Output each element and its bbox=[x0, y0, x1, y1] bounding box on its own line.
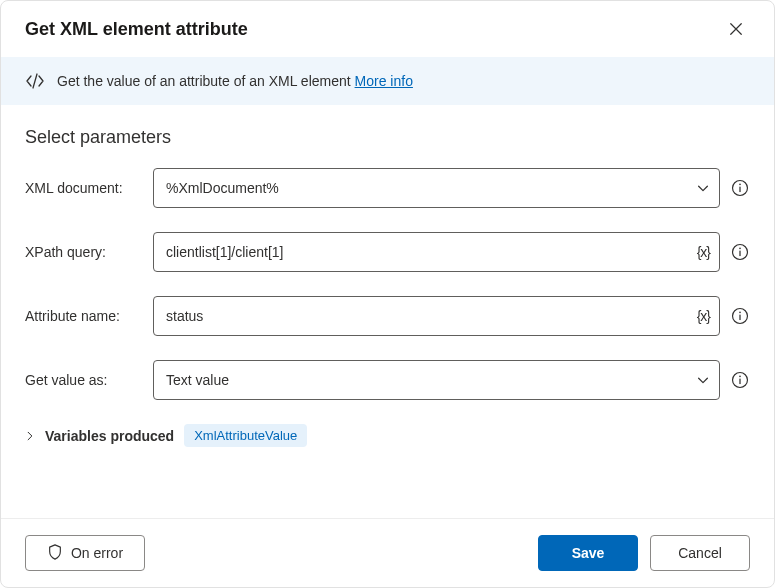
footer-right: Save Cancel bbox=[538, 535, 750, 571]
info-icon[interactable] bbox=[730, 370, 750, 390]
shield-icon bbox=[47, 544, 63, 563]
save-button[interactable]: Save bbox=[538, 535, 638, 571]
field-wrap-xml-document: %XmlDocument% bbox=[153, 168, 720, 208]
xml-document-value: %XmlDocument% bbox=[166, 180, 279, 196]
info-icon[interactable] bbox=[730, 242, 750, 262]
get-value-as-select[interactable]: Text value bbox=[153, 360, 720, 400]
footer-left: On error bbox=[25, 535, 145, 571]
svg-rect-5 bbox=[739, 251, 740, 256]
svg-rect-2 bbox=[739, 187, 740, 192]
on-error-button[interactable]: On error bbox=[25, 535, 145, 571]
row-attribute-name: Attribute name: {x} bbox=[25, 296, 750, 336]
info-icon[interactable] bbox=[730, 306, 750, 326]
label-xml-document: XML document: bbox=[25, 180, 143, 196]
variable-picker-icon[interactable]: {x} bbox=[697, 244, 710, 260]
dialog-title: Get XML element attribute bbox=[25, 19, 248, 40]
variable-chip[interactable]: XmlAttributeValue bbox=[184, 424, 307, 447]
field-wrap-get-value-as: Text value bbox=[153, 360, 720, 400]
row-xpath-query: XPath query: {x} bbox=[25, 232, 750, 272]
banner-text-content: Get the value of an attribute of an XML … bbox=[57, 73, 355, 89]
field-wrap-attribute-name: {x} bbox=[153, 296, 720, 336]
more-info-link[interactable]: More info bbox=[355, 73, 413, 89]
svg-rect-11 bbox=[739, 379, 740, 384]
label-xpath-query: XPath query: bbox=[25, 244, 143, 260]
code-icon bbox=[25, 73, 45, 89]
cancel-button[interactable]: Cancel bbox=[650, 535, 750, 571]
chevron-down-icon[interactable] bbox=[696, 181, 710, 195]
variables-produced-row[interactable]: Variables produced XmlAttributeValue bbox=[25, 424, 750, 447]
dialog-header: Get XML element attribute bbox=[1, 1, 774, 57]
on-error-label: On error bbox=[71, 545, 123, 561]
xpath-query-input[interactable] bbox=[153, 232, 720, 272]
svg-point-1 bbox=[739, 184, 741, 186]
dialog: Get XML element attribute Get the value … bbox=[0, 0, 775, 588]
svg-point-7 bbox=[739, 312, 741, 314]
xml-document-select[interactable]: %XmlDocument% bbox=[153, 168, 720, 208]
info-banner: Get the value of an attribute of an XML … bbox=[1, 57, 774, 105]
get-value-as-value: Text value bbox=[166, 372, 229, 388]
row-get-value-as: Get value as: Text value bbox=[25, 360, 750, 400]
dialog-footer: On error Save Cancel bbox=[1, 518, 774, 587]
label-get-value-as: Get value as: bbox=[25, 372, 143, 388]
cancel-label: Cancel bbox=[678, 545, 722, 561]
row-xml-document: XML document: %XmlDocument% bbox=[25, 168, 750, 208]
dialog-body: Select parameters XML document: %XmlDocu… bbox=[1, 105, 774, 518]
label-attribute-name: Attribute name: bbox=[25, 308, 143, 324]
banner-text: Get the value of an attribute of an XML … bbox=[57, 73, 413, 89]
svg-point-10 bbox=[739, 376, 741, 378]
section-title: Select parameters bbox=[25, 127, 750, 148]
variables-produced-label: Variables produced bbox=[45, 428, 174, 444]
svg-point-4 bbox=[739, 248, 741, 250]
variable-picker-icon[interactable]: {x} bbox=[697, 308, 710, 324]
attribute-name-input[interactable] bbox=[153, 296, 720, 336]
save-label: Save bbox=[572, 545, 605, 561]
chevron-down-icon[interactable] bbox=[696, 373, 710, 387]
field-wrap-xpath-query: {x} bbox=[153, 232, 720, 272]
chevron-right-icon bbox=[25, 431, 35, 441]
close-icon bbox=[729, 22, 743, 36]
svg-rect-8 bbox=[739, 315, 740, 320]
close-button[interactable] bbox=[722, 15, 750, 43]
info-icon[interactable] bbox=[730, 178, 750, 198]
